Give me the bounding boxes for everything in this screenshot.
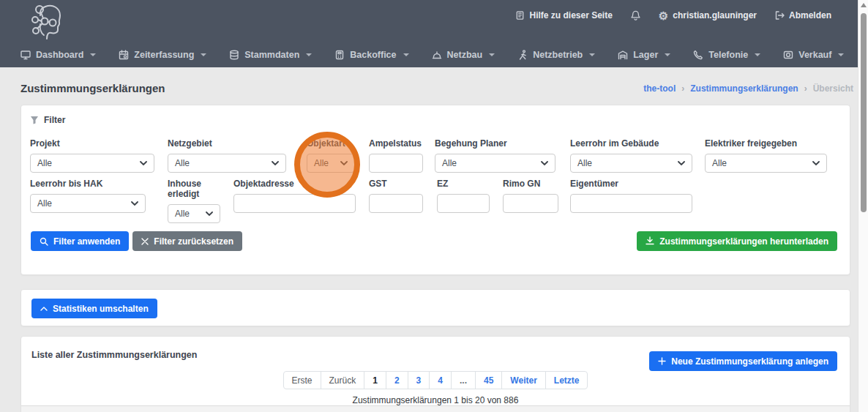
field-label: Elektriker freigegeben [705,138,827,149]
field-elektriker-freigegeben: Elektriker freigegeben Alle [705,138,827,173]
nav-item-telefonie[interactable]: Telefonie [693,50,760,60]
nav-label: Stammdaten [244,50,299,60]
download-button[interactable]: Zustimmungserklärungen herunterladen [637,231,837,251]
eigentuemer-input[interactable] [570,194,692,213]
table-header-strip [21,405,850,412]
pagination-page-3[interactable]: 3 [408,371,430,389]
download-icon [646,236,654,246]
chevron-down-icon [589,53,595,56]
bell-icon [630,10,641,21]
pagination-prev[interactable]: Zurück [321,371,365,389]
objektart-select[interactable]: Alle [307,154,355,173]
chevron-down-icon [665,53,670,56]
chevron-up-icon [40,306,48,311]
nav-item-stammdaten[interactable]: Stammdaten [229,50,312,60]
scrollbar-up-arrow-icon[interactable] [861,3,867,7]
nav-label: Backoffice [350,50,396,60]
nav-item-lager[interactable]: Lager [618,50,670,60]
leerrohr-bis-hak-select[interactable]: Alle [30,194,146,213]
field-ez: EZ [437,179,490,213]
field-label: Netzgebiet [168,138,286,149]
rimo-gn-input[interactable] [503,194,558,213]
nav-item-zeiterfassung[interactable]: Zeiterfassung [119,50,206,60]
chevron-down-icon [678,161,685,165]
apply-filter-button[interactable]: Filter anwenden [31,231,129,251]
field-label: GST [369,179,423,189]
pagination-page-2[interactable]: 2 [386,371,408,389]
list-card: Liste aller Zustimmmungserklärungen Neue… [20,336,850,412]
pagination: Erste Zurück 1 2 3 4 ... 45 Weiter Letzt… [21,371,850,389]
nav-label: Zeiterfassung [134,50,194,60]
ampelstatus-input[interactable] [369,154,423,173]
field-rimo-gn: Rimo GN [503,179,558,213]
breadcrumb-section[interactable]: Zustimmungserklärungen [690,83,798,94]
leerrohr-im-gebaeude-select[interactable]: Alle [570,154,692,173]
nav-label: Verkauf [798,50,831,60]
field-label: Inhouse erledigt [168,179,220,199]
help-link[interactable]: Hilfe zu dieser Seite [515,10,612,20]
select-value: Alle [37,158,52,168]
camera-icon [783,50,793,60]
select-value: Alle [314,158,329,168]
logout-icon [774,10,785,20]
chevron-down-icon [403,53,409,56]
select-value: Alle [175,158,190,168]
pagination-next[interactable]: Weiter [501,371,545,389]
book-icon [515,10,525,20]
chevron-down-icon [201,53,206,56]
help-label: Hilfe zu dieser Seite [529,10,612,20]
ez-input[interactable] [437,194,490,213]
user-menu[interactable]: ⚙ christian.glauninger [659,10,757,21]
nav-item-verkauf[interactable]: Verkauf [783,50,844,60]
gear-icon: ⚙ [659,10,668,21]
breadcrumb: the-tool › Zustimmungserklärungen › Über… [643,83,853,94]
nav-item-netzbau[interactable]: Netzbau [432,50,495,60]
begehung-planer-select[interactable]: Alle [435,154,555,173]
nav-label: Telefonie [708,50,748,60]
database-icon [229,50,239,60]
field-label: Begehung Planer [435,138,555,149]
inhouse-erledigt-select[interactable]: Alle [168,204,220,223]
breadcrumb-root[interactable]: the-tool [643,83,676,94]
nav-item-netzbetrieb[interactable]: Netzbetrieb [517,50,595,60]
pagination-page-45[interactable]: 45 [475,371,502,389]
chevron-down-icon [131,201,138,206]
helmet-icon [432,50,442,60]
scrollbar[interactable] [858,0,868,412]
pagination-ellipsis: ... [451,371,476,389]
chevron-down-icon [489,53,495,56]
field-label: EZ [437,179,490,189]
nav-item-dashboard[interactable]: Dashboard [20,50,96,60]
pagination-first[interactable]: Erste [283,371,321,389]
create-declaration-button[interactable]: Neue Zustimmungserklärung anlegen [649,351,837,371]
field-label: Ampelstatus [369,138,423,149]
pagination-page-4[interactable]: 4 [429,371,452,389]
filter-header: Filter [30,115,65,125]
notifications-button[interactable] [630,10,641,21]
projekt-select[interactable]: Alle [30,154,154,173]
fax-icon [334,50,345,60]
field-netzgebiet: Netzgebiet Alle [168,138,286,173]
toggle-statistics-button[interactable]: Statistiken umschalten [31,299,157,318]
plus-icon [658,357,666,365]
field-label: Rimo GN [503,179,558,189]
objektadresse-input[interactable] [233,194,356,213]
statistics-card: Statistiken umschalten [20,289,850,326]
pagination-last[interactable]: Letzte [545,371,588,389]
chevron-down-icon [206,211,213,216]
logout-button[interactable]: Abmelden [774,10,831,20]
nav-item-backoffice[interactable]: Backoffice [334,50,408,60]
select-value: Alle [712,158,727,168]
runner-icon [517,50,528,60]
app-logo[interactable] [26,2,69,45]
nav-label: Netzbau [447,50,483,60]
reset-filter-button[interactable]: Filter zurücksetzen [132,231,242,251]
elektriker-freigegeben-select[interactable]: Alle [705,154,827,173]
logout-label: Abmelden [789,10,831,20]
scrollbar-thumb[interactable] [861,13,867,212]
button-label: Statistiken umschalten [53,304,149,314]
pagination-page-1[interactable]: 1 [364,371,386,389]
netzgebiet-select[interactable]: Alle [168,154,286,173]
gst-input[interactable] [369,194,423,213]
header-utility-bar: Hilfe zu dieser Seite ⚙ christian.glauni… [515,10,831,21]
